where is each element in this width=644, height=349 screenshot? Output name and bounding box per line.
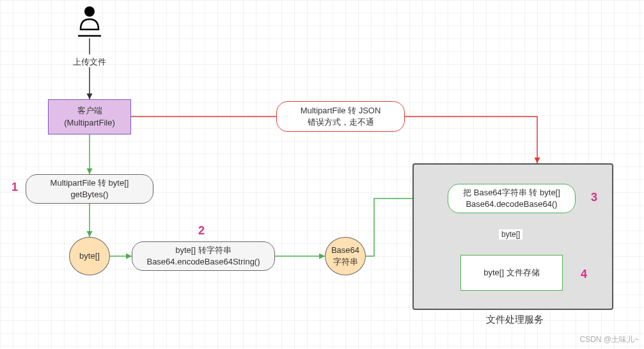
step2-number: 2 bbox=[198, 224, 205, 238]
watermark: CSDN @土味儿~ bbox=[579, 334, 639, 345]
step3-number: 3 bbox=[591, 191, 597, 204]
client-line2: (MultipartFile) bbox=[64, 117, 114, 129]
json-line1: MultipartFile 转 JSON bbox=[301, 105, 381, 117]
step4-line1: byte[] 文件存储 bbox=[483, 267, 539, 279]
step2-line2: Base64.encodeBase64String() bbox=[146, 256, 260, 268]
step4-node: byte[] 文件存储 bbox=[460, 255, 563, 291]
step2-node: byte[] 转字符串 Base64.encodeBase64String() bbox=[132, 241, 275, 271]
base64-line2: 字符串 bbox=[333, 256, 358, 268]
client-line1: 客户端 bbox=[77, 105, 102, 117]
step1-line1: MultipartFile 转 byte[] bbox=[51, 177, 129, 189]
json-error-node: MultipartFile 转 JSON 错误方式，走不通 bbox=[276, 101, 405, 132]
byte-edge-label: byte[] bbox=[499, 229, 522, 239]
byte-label: byte[] bbox=[79, 250, 100, 262]
service-label: 文件处理服务 bbox=[476, 314, 553, 326]
json-line2: 错误方式，走不通 bbox=[308, 117, 374, 128]
step2-line1: byte[] 转字符串 bbox=[175, 245, 231, 256]
step4-number: 4 bbox=[581, 268, 587, 281]
step3-line2: Base64.decodeBase64() bbox=[466, 199, 557, 210]
step3-line1: 把 Base64字符串 转 byte[] bbox=[463, 187, 560, 199]
base64-node: Base64 字符串 bbox=[325, 237, 366, 275]
client-node: 客户端 (MultipartFile) bbox=[48, 99, 131, 134]
actor-label: 上传文件 bbox=[70, 56, 109, 68]
step1-line2: getBytes() bbox=[70, 189, 108, 200]
byte-node: byte[] bbox=[69, 237, 110, 275]
step3-node: 把 Base64字符串 转 byte[] Base64.decodeBase64… bbox=[448, 184, 576, 213]
step1-number: 1 bbox=[12, 181, 18, 194]
base64-line1: Base64 bbox=[331, 245, 359, 256]
step1-node: MultipartFile 转 byte[] getBytes() bbox=[26, 174, 153, 204]
svg-point-8 bbox=[84, 6, 95, 17]
actor-icon bbox=[77, 5, 102, 38]
